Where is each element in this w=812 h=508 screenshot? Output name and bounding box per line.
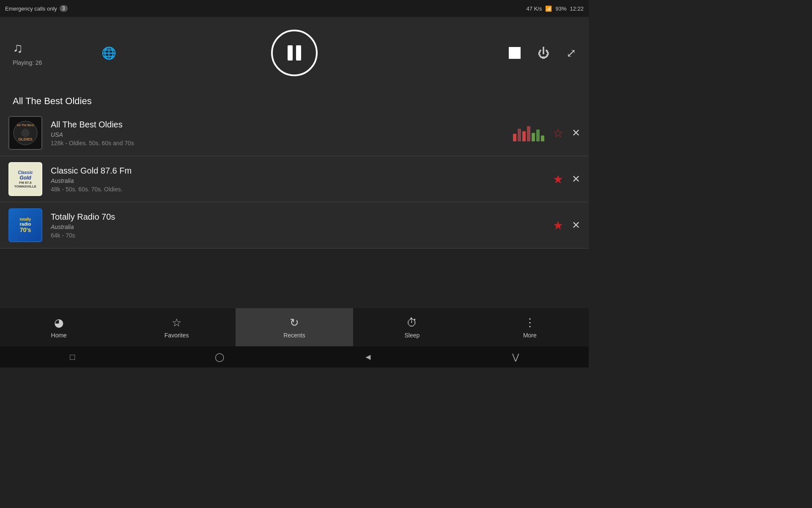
station-actions: ☆ ✕ bbox=[513, 124, 580, 141]
nav-label-recents: Recents bbox=[283, 332, 305, 339]
battery-icon: 93% bbox=[555, 6, 566, 12]
stop-button[interactable] bbox=[509, 47, 521, 59]
network-speed: 47 K/s bbox=[527, 6, 542, 12]
playing-label: Playing: 26 bbox=[13, 59, 42, 66]
nav-label-home: Home bbox=[51, 332, 67, 339]
remove-button[interactable]: ✕ bbox=[572, 127, 580, 139]
station-info: All The Best Oldies USA 128k - Oldies. 5… bbox=[51, 120, 513, 146]
recents-icon: ↻ bbox=[290, 316, 299, 329]
station-country: USA bbox=[51, 131, 513, 138]
home-button[interactable]: ◯ bbox=[215, 352, 224, 362]
equalizer bbox=[513, 124, 544, 141]
eq-bar bbox=[527, 126, 530, 141]
eq-bar bbox=[541, 135, 544, 141]
page-title: All The Best Oldies bbox=[13, 96, 576, 107]
pause-bar-left bbox=[288, 45, 293, 61]
sleep-icon: ⏱ bbox=[406, 316, 417, 329]
page-title-section: All The Best Oldies bbox=[0, 89, 589, 110]
nav-label-more: More bbox=[523, 332, 537, 339]
menu-button[interactable]: ⋁ bbox=[512, 352, 519, 362]
remove-button[interactable]: ✕ bbox=[572, 219, 580, 231]
eq-bar bbox=[532, 133, 535, 141]
share-button[interactable]: ⤢ bbox=[566, 46, 576, 60]
nav-label-sleep: Sleep bbox=[405, 332, 420, 339]
favorites-icon: ☆ bbox=[172, 316, 181, 329]
notification-badge: 3 bbox=[60, 5, 68, 12]
music-icon: ♫ bbox=[13, 40, 23, 56]
nav-item-home[interactable]: ◕ Home bbox=[0, 308, 118, 346]
station-list: All The Best OLDIES All The Best Oldies … bbox=[0, 110, 589, 248]
remove-button[interactable]: ✕ bbox=[572, 173, 580, 185]
pause-button[interactable] bbox=[271, 30, 318, 76]
station-logo-totally: totally radio 70's bbox=[8, 208, 42, 242]
station-country: Australia bbox=[51, 224, 553, 230]
emergency-text: Emergency calls only bbox=[5, 6, 57, 12]
bluetooth-icon: 📶 bbox=[545, 6, 552, 12]
nav-label-favorites: Favorites bbox=[165, 332, 189, 339]
back-button[interactable]: ◄ bbox=[364, 352, 372, 362]
eq-bar bbox=[518, 129, 521, 141]
station-desc: 48k - 50s. 60s. 70s. Oldies. bbox=[51, 186, 553, 193]
square-button[interactable]: □ bbox=[70, 352, 75, 362]
nav-item-sleep[interactable]: ⏱ Sleep bbox=[353, 308, 471, 346]
nav-item-recents[interactable]: ↻ Recents bbox=[236, 308, 353, 346]
station-actions: ★ ✕ bbox=[553, 218, 580, 232]
station-item[interactable]: All The Best OLDIES All The Best Oldies … bbox=[0, 110, 589, 156]
favorite-button[interactable]: ★ bbox=[553, 172, 563, 186]
clock: 12:22 bbox=[570, 6, 584, 12]
top-controls: ♫ Playing: 26 🌐 ⏻ ⤢ bbox=[0, 17, 589, 89]
svg-text:All The Best: All The Best bbox=[17, 124, 34, 127]
station-desc: 128k - Oldies. 50s. 60s and 70s bbox=[51, 140, 513, 146]
more-icon: ⋮ bbox=[524, 316, 535, 329]
eq-bar bbox=[536, 130, 540, 141]
power-button[interactable]: ⏻ bbox=[538, 46, 549, 60]
eq-bar bbox=[522, 131, 526, 141]
station-item[interactable]: totally radio 70's Totally Radio 70s Aus… bbox=[0, 202, 589, 248]
station-country: Australia bbox=[51, 177, 553, 184]
station-name: Classic Gold 87.6 Fm bbox=[51, 166, 553, 176]
favorite-button[interactable]: ★ bbox=[553, 218, 563, 232]
svg-point-2 bbox=[21, 129, 30, 137]
eq-bar bbox=[513, 134, 516, 141]
favorite-button[interactable]: ☆ bbox=[553, 126, 563, 140]
svg-text:OLDIES: OLDIES bbox=[18, 137, 33, 141]
pause-bar-right bbox=[296, 45, 301, 61]
station-desc: 64k - 70s bbox=[51, 232, 553, 239]
home-icon: ◕ bbox=[54, 316, 64, 329]
station-info: Totally Radio 70s Australia 64k - 70s bbox=[51, 212, 553, 239]
nav-item-favorites[interactable]: ☆ Favorites bbox=[118, 308, 235, 346]
station-name: All The Best Oldies bbox=[51, 120, 513, 130]
station-logo-oldies: All The Best OLDIES bbox=[8, 116, 42, 150]
bottom-nav: ◕ Home ☆ Favorites ↻ Recents ⏱ Sleep ⋮ M… bbox=[0, 308, 589, 346]
android-nav: □ ◯ ◄ ⋁ bbox=[0, 346, 589, 367]
station-actions: ★ ✕ bbox=[553, 172, 580, 186]
station-logo-classic: Classic Gold FM 87.6 TOWNSVILLE bbox=[8, 162, 42, 196]
station-item[interactable]: Classic Gold FM 87.6 TOWNSVILLE Classic … bbox=[0, 156, 589, 202]
status-bar: Emergency calls only 3 47 K/s 📶 93% 12:2… bbox=[0, 0, 589, 17]
station-name: Totally Radio 70s bbox=[51, 212, 553, 222]
nav-item-more[interactable]: ⋮ More bbox=[471, 308, 589, 346]
globe-icon[interactable]: 🌐 bbox=[102, 46, 116, 60]
station-info: Classic Gold 87.6 Fm Australia 48k - 50s… bbox=[51, 166, 553, 193]
